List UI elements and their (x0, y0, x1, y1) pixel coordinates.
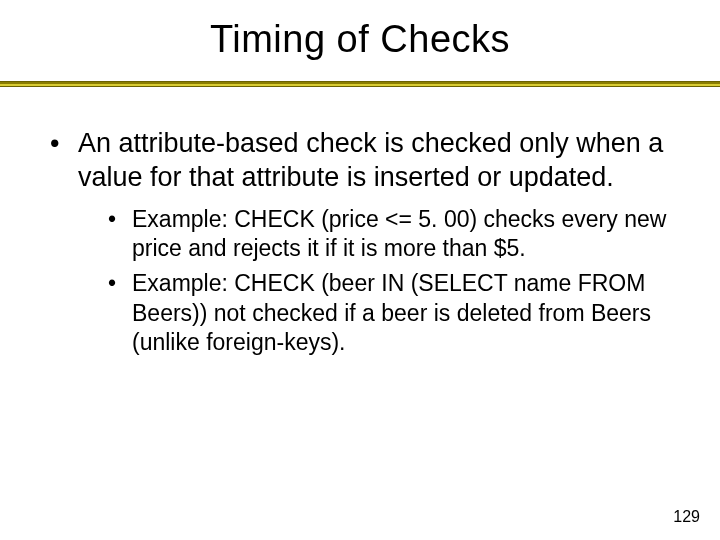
bullet-sub1: Example: CHECK (price <= 5. 00) checks e… (106, 205, 672, 264)
slide: Timing of Checks An attribute-based chec… (0, 0, 720, 540)
bullet-sub2: Example: CHECK (beer IN (SELECT name FRO… (106, 269, 672, 357)
bullet-main: An attribute-based check is checked only… (48, 127, 672, 358)
slide-title: Timing of Checks (0, 0, 720, 81)
page-number: 129 (673, 508, 700, 526)
slide-body: An attribute-based check is checked only… (0, 87, 720, 358)
bullet-list-level2: Example: CHECK (price <= 5. 00) checks e… (78, 205, 672, 358)
bullet-list-level1: An attribute-based check is checked only… (48, 127, 672, 358)
bullet-main-text: An attribute-based check is checked only… (78, 128, 663, 192)
